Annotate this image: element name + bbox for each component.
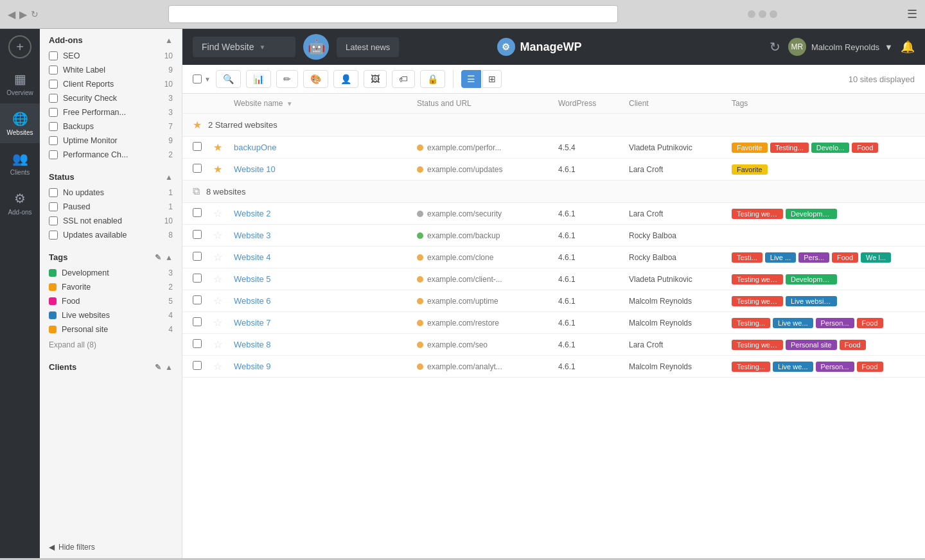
site-name[interactable]: Website 3: [234, 231, 417, 240]
image-button[interactable]: 🖼: [364, 70, 387, 88]
row-checkbox[interactable]: [193, 164, 213, 175]
addon-checkbox[interactable]: [49, 51, 58, 60]
tags-collapse-icon[interactable]: ▲: [165, 253, 173, 262]
tag-filter-item[interactable]: Personal site4: [40, 322, 182, 337]
tag-filter-item[interactable]: Development3: [40, 266, 182, 280]
sidebar-item-clients[interactable]: 👥 Clients: [0, 143, 40, 183]
addon-checkbox[interactable]: [49, 136, 58, 145]
table-row[interactable]: ☆ Website 4 example.com/clone 4.6.1 Rock…: [182, 247, 925, 268]
row-star[interactable]: ☆: [213, 229, 234, 241]
addon-item[interactable]: Backups7: [40, 119, 182, 134]
row-star[interactable]: ☆: [213, 317, 234, 329]
hide-filters-button[interactable]: ◀ Hide filters: [40, 536, 182, 558]
status-checkbox[interactable]: [49, 188, 58, 197]
row-star[interactable]: ★: [213, 141, 234, 153]
addon-item[interactable]: Free Performan...3: [40, 105, 182, 119]
row-star[interactable]: ★: [213, 163, 234, 175]
tags-controls[interactable]: ✎ ▲: [155, 253, 173, 262]
addon-checkbox[interactable]: [49, 94, 58, 103]
back-button[interactable]: ◀: [8, 8, 15, 21]
find-website-dropdown[interactable]: Find Website ▼: [193, 37, 295, 57]
site-name[interactable]: Website 8: [234, 340, 417, 349]
sidebar-item-addons[interactable]: ⚙ Add-ons: [0, 183, 40, 223]
site-name[interactable]: Website 7: [234, 318, 417, 328]
table-row[interactable]: ☆ Website 9 example.com/analyt... 4.6.1 …: [182, 356, 925, 378]
row-star[interactable]: ☆: [213, 207, 234, 220]
tag-filter-item[interactable]: Live websites4: [40, 308, 182, 322]
chart-button[interactable]: 📊: [246, 70, 271, 88]
grid-view-button[interactable]: ⊞: [482, 70, 502, 88]
addon-item[interactable]: White Label9: [40, 63, 182, 77]
table-row[interactable]: ☆ Website 7 example.com/restore 4.6.1 Ma…: [182, 312, 925, 334]
clients-edit-icon[interactable]: ✎: [155, 363, 161, 372]
status-item[interactable]: No updates1: [40, 186, 182, 200]
tag-filter-item[interactable]: Favorite2: [40, 280, 182, 294]
row-checkbox[interactable]: [193, 142, 213, 153]
addon-checkbox[interactable]: [49, 66, 58, 74]
row-checkbox[interactable]: [193, 274, 213, 284]
user-button[interactable]: 👤: [333, 70, 358, 88]
status-item[interactable]: SSL not enabled10: [40, 214, 182, 228]
status-item[interactable]: Updates available8: [40, 228, 182, 242]
tag-filter-item[interactable]: Food5: [40, 294, 182, 308]
list-view-button[interactable]: ☰: [461, 70, 481, 88]
lock-button[interactable]: 🔒: [420, 70, 445, 88]
row-checkbox[interactable]: [193, 295, 213, 306]
row-star[interactable]: ☆: [213, 273, 234, 285]
status-checkbox[interactable]: [49, 231, 58, 240]
addon-item[interactable]: SEO10: [40, 49, 182, 63]
add-button[interactable]: +: [8, 35, 31, 58]
addon-item[interactable]: Client Reports10: [40, 77, 182, 91]
select-all-checkbox[interactable]: [193, 74, 202, 83]
table-row[interactable]: ★ backupOne example.com/perfor... 4.5.4 …: [182, 137, 925, 159]
row-checkbox[interactable]: [193, 339, 213, 350]
reload-button[interactable]: ↻: [31, 9, 39, 19]
table-row[interactable]: ☆ Website 8 example.com/seo 4.6.1 Lara C…: [182, 334, 925, 356]
user-menu-button[interactable]: MR Malcolm Reynolds ▼: [788, 38, 893, 56]
addon-item[interactable]: Performance Ch...2: [40, 148, 182, 162]
site-name[interactable]: Website 4: [234, 252, 417, 262]
search-button[interactable]: 🔍: [216, 70, 241, 88]
site-name[interactable]: Website 5: [234, 274, 417, 284]
site-name[interactable]: Website 10: [234, 164, 417, 174]
row-checkbox[interactable]: [193, 317, 213, 328]
sidebar-item-overview[interactable]: ▦ Overview: [0, 64, 40, 103]
address-bar[interactable]: [168, 5, 618, 23]
refresh-button[interactable]: ↻: [770, 39, 780, 55]
row-star[interactable]: ☆: [213, 251, 234, 263]
palette-button[interactable]: 🎨: [303, 70, 328, 88]
clients-collapse-icon[interactable]: ▲: [165, 363, 173, 372]
addon-checkbox[interactable]: [49, 122, 58, 131]
row-checkbox[interactable]: [193, 252, 213, 263]
table-row[interactable]: ☆ Website 5 example.com/client-... 4.6.1…: [182, 268, 925, 290]
col-website-name[interactable]: Website name ▼: [234, 99, 417, 108]
select-dropdown-arrow[interactable]: ▼: [204, 76, 211, 83]
row-checkbox[interactable]: [193, 208, 213, 219]
addon-item[interactable]: Uptime Monitor9: [40, 134, 182, 148]
site-name[interactable]: backupOne: [234, 143, 417, 152]
addon-item[interactable]: Security Check3: [40, 91, 182, 105]
status-checkbox[interactable]: [49, 202, 58, 211]
table-row[interactable]: ☆ Website 6 example.com/uptime 4.6.1 Mal…: [182, 290, 925, 312]
addon-checkbox[interactable]: [49, 80, 58, 89]
site-name[interactable]: Website 6: [234, 296, 417, 306]
expand-all-button[interactable]: Expand all (8): [40, 337, 182, 353]
brush-button[interactable]: ✏: [276, 70, 298, 88]
row-checkbox[interactable]: [193, 361, 213, 372]
addons-collapse[interactable]: ▲: [165, 36, 173, 45]
browser-nav[interactable]: ◀ ▶ ↻: [8, 8, 39, 21]
site-name[interactable]: Website 2: [234, 209, 417, 218]
latest-news-button[interactable]: Latest news: [337, 37, 399, 57]
addon-checkbox[interactable]: [49, 108, 58, 117]
forward-button[interactable]: ▶: [19, 8, 27, 21]
row-star[interactable]: ☆: [213, 295, 234, 307]
browser-menu[interactable]: ☰: [907, 7, 917, 21]
table-row[interactable]: ☆ Website 2 example.com/security 4.6.1 L…: [182, 203, 925, 225]
notifications-button[interactable]: 🔔: [901, 40, 915, 54]
status-collapse[interactable]: ▲: [165, 173, 173, 182]
table-row[interactable]: ★ Website 10 example.com/updates 4.6.1 L…: [182, 159, 925, 180]
site-name[interactable]: Website 9: [234, 362, 417, 371]
sidebar-item-websites[interactable]: 🌐 Websites: [0, 103, 40, 143]
tag-button[interactable]: 🏷: [392, 70, 415, 88]
tags-edit-icon[interactable]: ✎: [155, 253, 161, 262]
